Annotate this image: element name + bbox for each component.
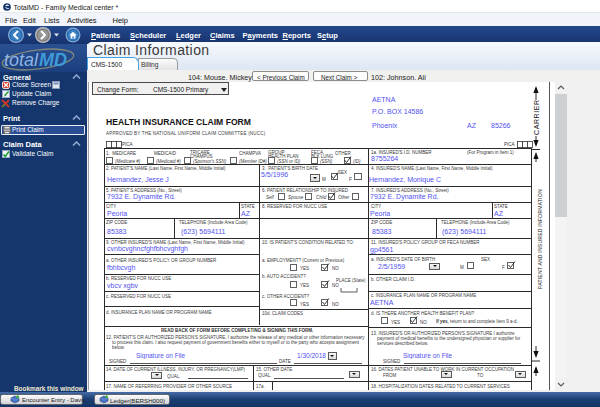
svg-text:total: total xyxy=(4,50,39,70)
svg-text:MD: MD xyxy=(39,50,67,70)
svg-text:CARRIER: CARRIER xyxy=(533,99,540,135)
svg-text:PATIENT AND INSURED INFORMATIO: PATIENT AND INSURED INFORMATION xyxy=(537,189,543,289)
